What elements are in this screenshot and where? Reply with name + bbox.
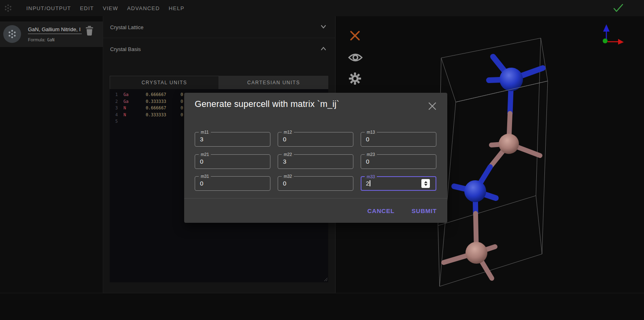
material-avatar — [3, 25, 21, 43]
tab-cartesian-units[interactable]: CARTESIAN UNITS — [219, 76, 328, 89]
material-name-field[interactable]: GaN, Gallium Nitride, I — [28, 26, 82, 34]
matrix-input-m21[interactable]: m21 0 — [195, 154, 270, 169]
section-label: Crystal Lattice — [110, 24, 143, 30]
atom-ga-rose — [499, 134, 519, 154]
section-crystal-basis[interactable]: Crystal Basis — [103, 38, 335, 62]
main-menu: INPUT/OUTPUT EDIT VIEW ADVANCED HELP — [0, 5, 185, 11]
tab-crystal-units[interactable]: CRYSTAL UNITS — [110, 76, 219, 89]
material-formula-value: GaN — [47, 38, 54, 42]
chevron-down-icon — [321, 25, 326, 29]
submit-button[interactable]: SUBMIT — [412, 207, 437, 214]
delete-material-button[interactable] — [85, 26, 94, 36]
matrix-input-m12[interactable]: m12 0 — [278, 132, 353, 147]
app-bar: INPUT/OUTPUT EDIT VIEW ADVANCED HELP — [0, 0, 644, 16]
menu-item-help[interactable]: HELP — [169, 5, 185, 11]
matrix-input-m32[interactable]: m32 0 — [278, 176, 353, 191]
viewer-close-icon[interactable] — [349, 30, 361, 41]
menu-item-view[interactable]: VIEW — [103, 5, 118, 11]
section-label: Crystal Basis — [110, 46, 141, 52]
chevron-up-icon — [321, 47, 326, 51]
atom-ga-rose — [465, 242, 487, 264]
matrix-input-m23[interactable]: m23 0 — [361, 154, 436, 169]
material-list-item[interactable]: GaN, Gallium Nitride, I Formula:GaN — [0, 21, 103, 47]
atoms-and-bonds — [444, 57, 543, 278]
editor-resize-handle[interactable] — [323, 277, 328, 282]
cancel-button[interactable]: CANCEL — [367, 207, 394, 214]
number-stepper[interactable] — [421, 179, 430, 188]
app-logo-icon — [3, 3, 13, 13]
material-formula: Formula:GaN — [28, 37, 54, 42]
matrix-input-m33[interactable]: m33 2 — [361, 176, 436, 191]
menu-item-edit[interactable]: EDIT — [80, 5, 94, 11]
menu-item-advanced[interactable]: ADVANCED — [127, 5, 160, 11]
text-caret — [370, 180, 370, 186]
sidebar: GaN, Gallium Nitride, I Formula:GaN — [0, 16, 103, 293]
bottom-strip — [0, 293, 644, 320]
stepper-up-icon[interactable] — [424, 181, 427, 183]
dialog-footer: CANCEL SUBMIT — [184, 198, 447, 223]
section-crystal-lattice[interactable]: Crystal Lattice — [103, 16, 335, 38]
matrix-input-m11[interactable]: m11 3 — [195, 132, 270, 147]
axes-widget — [603, 24, 624, 45]
matrix-input-m31[interactable]: m31 0 — [195, 176, 270, 191]
units-tabs: CRYSTAL UNITS CARTESIAN UNITS — [110, 76, 328, 89]
matrix-input-m22[interactable]: m22 3 — [278, 154, 353, 169]
dialog-title: Generate supercell with matrix `m_ij` — [195, 99, 339, 109]
close-icon[interactable] — [427, 101, 438, 111]
materials-designer-app: INPUT/OUTPUT EDIT VIEW ADVANCED HELP GaN — [0, 0, 644, 320]
stepper-down-icon[interactable] — [424, 184, 427, 186]
gear-icon[interactable] — [349, 72, 361, 85]
saved-check-icon — [612, 2, 625, 14]
matrix-input-m13[interactable]: m13 0 — [361, 132, 436, 147]
eye-icon[interactable] — [348, 52, 363, 63]
menu-item-input-output[interactable]: INPUT/OUTPUT — [26, 5, 71, 11]
generate-supercell-dialog: Generate supercell with matrix `m_ij` m1… — [184, 93, 447, 223]
atom-n-blue — [464, 180, 486, 202]
